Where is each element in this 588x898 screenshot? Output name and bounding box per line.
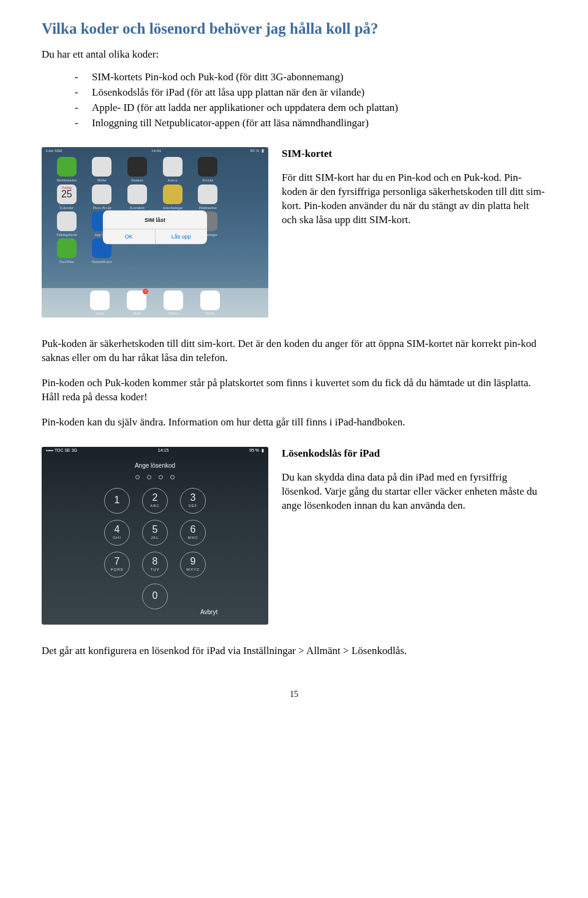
passcode-dots	[42, 475, 268, 479]
list-item: -SIM-kortets Pin-kod och Puk-kod (för di…	[75, 70, 546, 85]
dialog-unlock-button[interactable]: Lås upp	[155, 230, 208, 245]
bullet-text: SIM-kortets Pin-kod och Puk-kod (för dit…	[92, 70, 344, 85]
bullet-text: Inloggning till Netpublicator-appen (för…	[92, 116, 369, 131]
key-2[interactable]: 2ABC	[142, 488, 168, 514]
carrier-text: Låst SIM	[46, 148, 62, 154]
dock-mail[interactable]: 3Mail	[127, 291, 146, 316]
dock-label: Videor	[168, 311, 178, 316]
list-item: -Lösenkodslås för iPad (för att låsa upp…	[75, 86, 546, 100]
dock-label: Safari	[96, 311, 104, 316]
key-num: 4	[115, 525, 120, 535]
maps-icon	[163, 157, 183, 177]
app-label: Kontakter	[130, 205, 145, 210]
photos-icon	[92, 157, 111, 177]
key-6[interactable]: 6MNO	[180, 520, 206, 546]
cancel-button[interactable]: Avbryt	[200, 608, 217, 617]
battery-icon: ▮	[262, 148, 264, 154]
videos-icon	[164, 291, 183, 310]
key-0[interactable]: 0	[142, 584, 168, 609]
sim-locked-dialog: SIM låst OK Lås upp	[103, 210, 207, 244]
app-label: Kalender	[60, 205, 74, 210]
app-contacts[interactable]: Kontakter	[119, 185, 155, 210]
dash: -	[75, 86, 81, 100]
reminders-icon	[198, 185, 217, 204]
key-num: 0	[153, 591, 158, 601]
sim-section-text: För ditt SIM-kort har du en Pin-kod och …	[282, 171, 546, 227]
list-item: -Apple- ID (för att ladda ner applikatio…	[75, 101, 546, 115]
plastcard-paragraph: Pin-koden och Puk-koden kommer står på p…	[42, 376, 546, 405]
key-sub: DEF	[189, 503, 198, 508]
dock-safari[interactable]: Safari	[90, 291, 110, 316]
intro-paragraph: Du har ett antal olika koder:	[42, 48, 546, 62]
key-sub: GHI	[113, 535, 121, 540]
sim-section-heading: SIM-kortet	[282, 147, 546, 161]
app-clock[interactable]: Klocka	[190, 157, 226, 183]
dot-icon	[147, 475, 151, 479]
passcode-prompt: Ange lösenkod	[42, 462, 268, 470]
puk-paragraph: Puk-koden är säkerhetskoden till ditt si…	[42, 337, 546, 365]
key-9[interactable]: 9WXYZ	[180, 552, 206, 577]
status-time: 14:15	[158, 447, 169, 453]
app-label: Bilder	[97, 178, 107, 183]
mail-badge: 3	[143, 289, 148, 294]
key-4[interactable]: 4GHI	[104, 520, 130, 546]
app-label: Tidningskiosk	[56, 232, 77, 237]
key-num: 8	[153, 557, 158, 566]
app-reminders[interactable]: Påminnelser	[190, 185, 226, 210]
carrier-text: ••••• TDC SE 3G	[46, 447, 77, 453]
keypad: 1 2ABC 3DEF 4GHI 5JKL 6MNO 7PQRS 8TUV 9W…	[42, 488, 268, 609]
app-label: Påminnelser	[199, 205, 217, 210]
list-item: -Inloggning till Netpublicator-appen (fö…	[75, 116, 546, 131]
app-notes[interactable]: Anteckningar	[155, 185, 190, 210]
app-facetime[interactable]: FaceTime	[49, 238, 85, 264]
dash: -	[75, 116, 81, 131]
dash: -	[75, 101, 81, 115]
app-photos[interactable]: Bilder	[85, 157, 120, 183]
passcode-section-heading: Lösenkodslås för iPad	[282, 447, 546, 461]
key-num: 7	[115, 557, 120, 566]
dot-icon	[135, 475, 140, 479]
dock-videos[interactable]: Videor	[164, 291, 183, 316]
app-maps[interactable]: Kartor	[155, 157, 190, 183]
key-num: 1	[115, 495, 120, 505]
bullet-text: Apple- ID (för att ladda ner applikation…	[92, 101, 398, 115]
ipad-home-screenshot: Låst SIM 14:04 95 % ▮ Meddelanden Bilder…	[42, 147, 268, 318]
app-label: Photo Booth	[92, 205, 111, 210]
dock: Safari 3Mail Videor Musik	[42, 288, 268, 318]
app-newsstand[interactable]: Tidningskiosk	[49, 211, 85, 237]
dot-icon	[170, 475, 175, 479]
app-label: Kamera	[132, 178, 143, 183]
app-calendar[interactable]: Fredag 25 Kalender	[49, 185, 85, 210]
dot-icon	[159, 475, 163, 479]
configure-passcode-paragraph: Det går att konfigurera en lösenkod för …	[42, 644, 546, 658]
app-camera[interactable]: Kamera	[119, 157, 155, 183]
dash: -	[75, 70, 81, 85]
bullet-text: Lösenkodslås för iPad (för att låsa upp …	[92, 86, 364, 100]
key-sub: MNO	[188, 535, 198, 540]
key-num: 2	[153, 493, 158, 503]
key-8[interactable]: 8TUV	[142, 552, 168, 577]
key-sub: ABC	[150, 503, 159, 508]
ipad-lock-screenshot: ••••• TDC SE 3G 14:15 95 % ▮ Ange lösenk…	[42, 447, 268, 625]
dock-music[interactable]: Musik	[200, 291, 220, 316]
status-bar: Låst SIM 14:04 95 % ▮	[42, 147, 268, 154]
app-label: Klocka	[203, 178, 213, 183]
app-photobooth[interactable]: Photo Booth	[85, 185, 120, 210]
newsstand-icon	[57, 211, 77, 231]
dialog-ok-button[interactable]: OK	[103, 230, 155, 245]
music-icon	[200, 291, 220, 310]
status-time: 14:04	[151, 148, 161, 154]
app-messages[interactable]: Meddelanden	[49, 157, 85, 183]
key-sub: PQRS	[110, 567, 123, 572]
calendar-icon: Fredag 25	[57, 185, 77, 204]
key-num: 3	[190, 493, 196, 503]
key-num: 9	[190, 557, 196, 566]
key-num: 5	[153, 525, 158, 535]
key-1[interactable]: 1	[104, 488, 130, 514]
key-7[interactable]: 7PQRS	[104, 552, 130, 577]
key-5[interactable]: 5JKL	[142, 520, 168, 546]
key-3[interactable]: 3DEF	[180, 488, 206, 514]
clock-icon	[198, 157, 217, 177]
notes-icon	[163, 185, 183, 204]
status-bar: ••••• TDC SE 3G 14:15 95 % ▮	[42, 447, 268, 454]
